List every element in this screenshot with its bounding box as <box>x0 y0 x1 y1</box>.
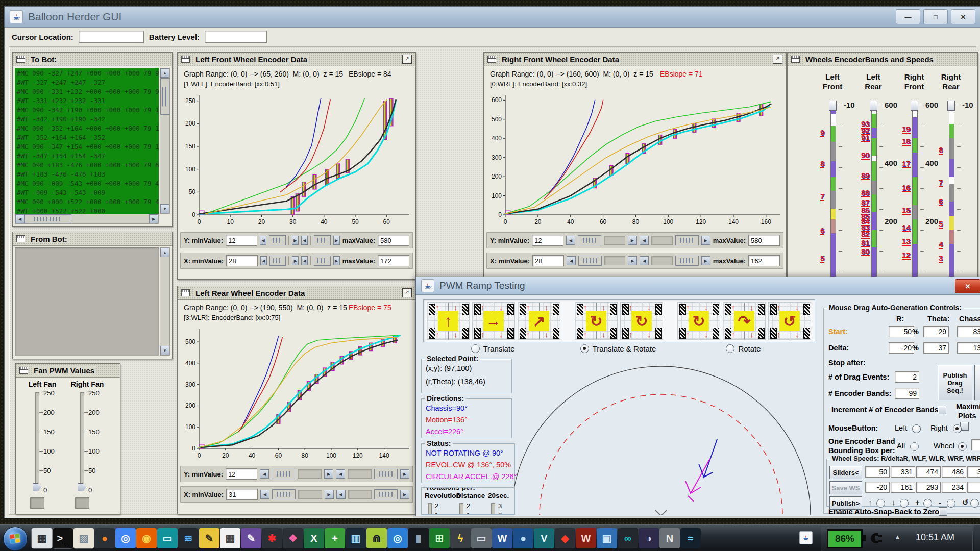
taskbar-icon-circuit-green[interactable]: ⊞ <box>429 528 450 548</box>
tray-expand-icon[interactable]: ▲ <box>894 533 901 541</box>
clock[interactable]: 10:51 AM <box>916 532 954 543</box>
mode-icon-spin-a[interactable]: ↑↓↑↓↻ <box>575 302 618 340</box>
scroll-left-icon[interactable]: ◀ <box>301 256 308 265</box>
power-plug-icon[interactable] <box>868 532 883 544</box>
left-rear-titlebar[interactable]: Left Rear Wheel Encoder Data ↗ <box>178 286 415 300</box>
scroll-right-icon[interactable]: ▶ <box>325 490 334 499</box>
scrollbar-track[interactable] <box>651 256 672 265</box>
taskbar-icon-sql-tool[interactable]: ϟ <box>450 528 471 548</box>
taskbar-icon-firefox[interactable]: ◉ <box>136 528 157 548</box>
taskbar-icon-calculator[interactable]: ▦ <box>220 528 240 548</box>
ws-glyph-radio[interactable] <box>947 499 955 508</box>
wheel-slider-knob[interactable] <box>911 101 918 111</box>
battery-level-field[interactable] <box>205 31 267 43</box>
taskbar-icon-n-gray[interactable]: N <box>659 528 680 548</box>
y-max-field[interactable] <box>748 235 780 246</box>
fan-slider-track[interactable] <box>80 392 84 491</box>
mode-radio[interactable] <box>580 344 589 353</box>
scrollbar-track[interactable] <box>288 256 289 265</box>
taskbar-icon-android[interactable]: ⋒ <box>366 528 387 548</box>
polar-drag-plot[interactable] <box>514 354 820 515</box>
taskbar-icon-network-monitor[interactable]: ≋ <box>178 528 199 548</box>
fan-pwm-titlebar[interactable]: Fan PWM Values <box>16 364 120 378</box>
wheel-slider-track[interactable] <box>830 103 836 280</box>
scrollbar-thumb[interactable] <box>269 235 286 245</box>
fan-value-box[interactable] <box>30 497 44 509</box>
encoder-bands-field[interactable] <box>895 388 919 399</box>
scroll-right-icon[interactable]: ▶ <box>333 236 340 245</box>
fan-slider-track[interactable] <box>35 392 39 491</box>
taskbar-icon-pink-app[interactable]: ❖ <box>283 528 303 548</box>
wheel-slider-track[interactable] <box>871 103 877 280</box>
scroll-right-icon[interactable]: ▶ <box>324 469 333 479</box>
start-r-field[interactable] <box>889 326 914 337</box>
ws-value-field[interactable] <box>916 482 941 493</box>
taskbar-icon-globe-blue[interactable]: ◎ <box>387 528 408 548</box>
taskbar-icon-bug-red[interactable]: ✱ <box>262 528 282 548</box>
fan-value-box[interactable] <box>75 497 89 509</box>
ws-value-field[interactable] <box>967 482 980 493</box>
delta-theta-field[interactable] <box>923 342 949 354</box>
scroll-left-icon[interactable]: ◀ <box>336 490 346 499</box>
taskbar-icon-red-w[interactable]: W <box>576 528 596 548</box>
ws-value-field[interactable] <box>891 466 915 478</box>
scrollbar-thumb[interactable] <box>374 469 398 479</box>
publish-drag-seq-button[interactable]: PublishDragSeq.! <box>938 365 972 400</box>
taskbar-icon-editor-pencil[interactable]: ✎ <box>199 528 219 548</box>
y-min-field[interactable] <box>532 235 564 246</box>
x-min-field[interactable] <box>226 255 258 266</box>
taskbar-icon-terminal[interactable]: >_ <box>53 528 73 548</box>
maximize-panel-icon[interactable]: ↗ <box>773 55 782 64</box>
left-rear-chart[interactable]: 0100200300400500020406080100120140 <box>181 325 411 462</box>
ws-value-field[interactable] <box>891 482 915 493</box>
to-bot-vscrollbar[interactable]: ▲ ▼ <box>160 68 170 214</box>
taskbar-icon-eclipse[interactable]: ◑ <box>639 528 659 548</box>
taskbar-icon-image-viewer[interactable]: ▨ <box>74 528 94 548</box>
x-max-field[interactable] <box>378 255 409 266</box>
battery-indicator[interactable]: 86% <box>827 529 863 548</box>
y-min-field[interactable] <box>226 468 257 480</box>
ws-button-1[interactable]: Sliders< <box>829 466 862 479</box>
delta-chassis-field[interactable] <box>957 342 980 354</box>
start-theta-field[interactable] <box>923 326 949 337</box>
taskbar-icon-chart-monitor[interactable]: ▥ <box>346 528 366 548</box>
wheel-slider-knob[interactable] <box>829 101 837 111</box>
scrollbar-track[interactable] <box>298 469 322 479</box>
scrollbar-thumb[interactable] <box>578 256 602 266</box>
mode-radio[interactable] <box>471 344 480 353</box>
bbox-all-radio[interactable] <box>910 442 919 451</box>
show-desktop-button[interactable] <box>974 525 980 551</box>
scrollbar-track[interactable] <box>298 490 322 499</box>
scroll-right-icon[interactable]: ▶ <box>701 256 710 265</box>
mousebutton-right-radio[interactable] <box>953 424 962 433</box>
scrollbar-thumb[interactable] <box>270 256 286 266</box>
rotations-slider-track[interactable] <box>459 503 463 515</box>
wheel-slider-knob[interactable] <box>870 101 877 111</box>
mode-icon-cturn[interactable]: ↑↓↑↓↺ <box>768 302 811 340</box>
scrollbar-thumb[interactable] <box>675 235 699 245</box>
start-chassis-field[interactable] <box>957 326 980 337</box>
mode-icon-diag[interactable]: ↑↓↑↓↗ <box>518 302 560 340</box>
taskbar-icon-ink-pen[interactable]: ✎ <box>241 528 261 548</box>
scroll-right-icon[interactable]: ▶ <box>628 236 637 245</box>
scrollbar-thumb[interactable] <box>374 489 398 499</box>
rotations-slider-track[interactable] <box>428 503 432 515</box>
scrollbar-thumb[interactable] <box>578 235 601 245</box>
taskbar-icon-remote-desktop[interactable]: ▭ <box>157 528 178 548</box>
ws-glyph-radio[interactable] <box>970 499 979 508</box>
scroll-left-icon[interactable]: ◀ <box>260 256 267 265</box>
scroll-left-icon[interactable]: ◀ <box>566 236 575 245</box>
taskbar-icon-word[interactable]: W <box>492 528 512 548</box>
taskbar-icon-oracle-diamond[interactable]: ◆ <box>555 528 575 548</box>
scrollbar-thumb[interactable] <box>272 489 296 499</box>
taskbar-icon-vnc[interactable]: V <box>534 528 554 548</box>
start-button[interactable] <box>3 527 28 551</box>
snap-back-checkbox[interactable] <box>939 507 947 516</box>
ws-publish-button[interactable]: Publish> <box>829 496 862 510</box>
ws-value-field[interactable] <box>967 466 980 478</box>
taskbar-icon-dark-monitor[interactable]: ▮ <box>408 528 429 548</box>
ws-value-field[interactable] <box>865 466 890 478</box>
scroll-left-icon[interactable]: ◀ <box>260 490 270 499</box>
main-titlebar[interactable]: Balloon Herder GUI — □ ✕ <box>5 7 980 28</box>
scroll-right-icon[interactable]: ▶ <box>333 256 340 265</box>
